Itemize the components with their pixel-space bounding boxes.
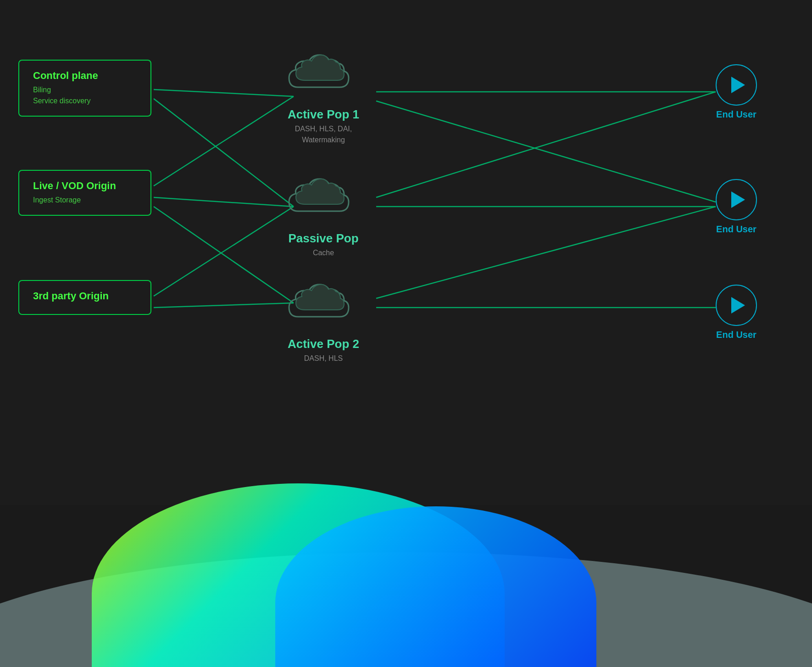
end-user-2-circle [716, 179, 757, 220]
end-user-1-circle [716, 64, 757, 106]
control-plane-title: Control plane [33, 70, 137, 82]
third-party-title: 3rd party Origin [33, 290, 137, 302]
passive-pop-node: Passive Pop Cache [284, 170, 362, 258]
play-icon-2 [731, 191, 745, 208]
active-pop-2-sublabel: DASH, HLS [284, 353, 362, 364]
play-icon-3 [731, 297, 745, 314]
end-user-3-circle [716, 285, 757, 326]
control-plane-subtitle1: Biling [33, 84, 137, 95]
active-pop-2-label: Active Pop 2 [284, 337, 362, 351]
active-pop-1-label: Active Pop 1 [284, 107, 362, 122]
play-icon-1 [731, 77, 745, 93]
active-pop-2-node: Active Pop 2 DASH, HLS [284, 275, 362, 364]
end-user-2: End User [716, 179, 757, 235]
control-plane-box: Control plane Biling Service discovery [18, 60, 151, 117]
passive-pop-sublabel: Cache [284, 247, 362, 258]
third-party-origin-box: 3rd party Origin [18, 280, 151, 315]
live-vod-origin-box: Live / VOD Origin Ingest Storage [18, 170, 151, 216]
end-user-1-label: End User [716, 109, 757, 120]
end-user-2-label: End User [716, 224, 757, 235]
end-user-1: End User [716, 64, 757, 120]
end-user-3-label: End User [716, 330, 757, 340]
control-plane-subtitle2: Service discovery [33, 95, 137, 106]
cloud-3-icon [284, 275, 362, 331]
cloud-2-icon [284, 170, 362, 225]
active-pop-1-node: Active Pop 1 DASH, HLS, DAI,Watermaking [284, 46, 362, 146]
live-vod-subtitle: Ingest Storage [33, 195, 137, 206]
end-user-3: End User [716, 285, 757, 340]
active-pop-1-sublabel: DASH, HLS, DAI,Watermaking [284, 123, 362, 146]
live-vod-title: Live / VOD Origin [33, 180, 137, 192]
passive-pop-label: Passive Pop [284, 231, 362, 246]
cloud-1-icon [284, 46, 362, 101]
